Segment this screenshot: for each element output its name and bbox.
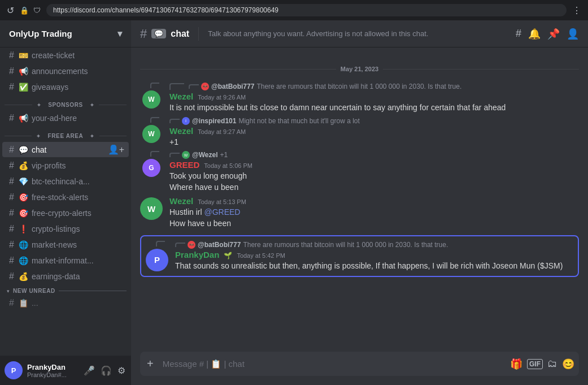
message-group: G W @Wezel +1 GREED Today at 5:06 PM Too… xyxy=(131,150,588,194)
message-group: W i @inspired101 Might not be that much … xyxy=(131,116,588,149)
message-time: Today at 5:13 PM xyxy=(198,198,246,205)
chat-icon-badge: 💬 xyxy=(151,29,166,38)
message-header: Wezel Today at 9:26 AM xyxy=(169,92,579,101)
hash-icon: # xyxy=(9,176,14,187)
reply-text: There are rumours that bitcoin will hit … xyxy=(256,83,461,90)
hash-icon: # xyxy=(9,256,14,266)
hash-icon: # xyxy=(9,113,14,123)
channel-topic: Talk about anything you want. Advertisin… xyxy=(208,29,511,38)
sidebar-item-market-information[interactable]: # 🌐 market-informat... xyxy=(2,253,129,268)
messages-container: May 21, 2023 W 🦇 @batBobi777 There are r… xyxy=(131,47,588,352)
header-divider xyxy=(198,27,199,41)
server-name: OnlyUp Trading xyxy=(9,29,72,38)
reply-author: @batBobi777 xyxy=(211,83,254,90)
message-content: 🦇 @batBobi777 There are rumours that bit… xyxy=(169,83,579,114)
emoji-icon[interactable]: 😊 xyxy=(562,358,574,370)
message-author: GREED xyxy=(169,160,199,170)
user-actions: 🎤 🎧 ⚙ xyxy=(82,364,127,377)
server-header[interactable]: OnlyUp Trading ▾ xyxy=(0,20,131,47)
chat-area: # 💬 chat Talk about anything you want. A… xyxy=(131,20,588,385)
message-author: Wezel xyxy=(169,126,193,136)
lock-icon: 🔒 xyxy=(20,6,29,15)
date-divider: May 21, 2023 xyxy=(131,61,588,77)
message-content: W @Wezel +1 GREED Today at 5:06 PM Took … xyxy=(169,151,579,193)
message-input-actions: 🎁 GIF 🗂 😊 xyxy=(510,358,574,370)
sidebar-item-chat[interactable]: # 💬 chat 👤+ xyxy=(2,142,129,157)
reply-text: Might not be that much but it'll grow a … xyxy=(238,117,359,125)
gift-icon[interactable]: 🎁 xyxy=(510,358,522,370)
sidebar-item-create-ticket[interactable]: # 🎫 create-ticket xyxy=(2,48,129,63)
hash-icon: # xyxy=(9,50,14,60)
message-author: PrankyDan xyxy=(175,250,219,259)
hash-icon: # xyxy=(9,224,14,234)
reply-bar: 🦇 @batBobi777 There are rumours that bit… xyxy=(175,241,573,249)
sidebar-item-giveaways[interactable]: # ✅ giveaways xyxy=(2,80,129,94)
reload-icon[interactable]: ↺ xyxy=(7,5,14,16)
avatar: P xyxy=(146,249,168,271)
notification-icon[interactable]: 🔔 xyxy=(528,28,541,40)
sidebar-item-crypto-listings[interactable]: # ❗ crypto-listings xyxy=(2,222,129,236)
hash-icon: # xyxy=(9,208,14,218)
hash-icon: # xyxy=(9,298,14,308)
sticker-icon[interactable]: 🗂 xyxy=(547,358,557,370)
reply-text: There are rumours that bitcoin will hit … xyxy=(243,241,448,249)
reply-author: @inspired101 xyxy=(192,117,236,125)
new-unread-section: ▾ NEW UNREAD xyxy=(0,284,131,295)
threads-icon[interactable]: # xyxy=(516,28,521,40)
hash-icon: # xyxy=(9,66,14,76)
channel-hash-icon: # xyxy=(140,27,147,41)
user-info: PrankyDan PrankyDan#... xyxy=(27,363,78,378)
sidebar-item-unread-partial[interactable]: # 📋 ... xyxy=(2,296,129,310)
message-header: Wezel Today at 9:27 AM xyxy=(169,126,579,136)
user-discriminator: PrankyDan#... xyxy=(27,371,78,378)
sidebar-item-free-stock-alerts[interactable]: # 🎯 free-stock-alerts xyxy=(2,190,129,205)
message-content: 🦇 @batBobi777 There are rumours that bit… xyxy=(175,241,573,272)
message-text: +1 xyxy=(169,137,579,148)
message-input-area: + 🎁 GIF 🗂 😊 xyxy=(131,352,588,385)
message-group: P 🦇 @batBobi777 There are rumours that b… xyxy=(146,241,573,272)
message-text: It is not impossible but its close to da… xyxy=(169,102,579,114)
sidebar-item-vip-profits[interactable]: # 💰 vip-profits xyxy=(2,158,129,173)
avatar: G xyxy=(142,159,160,177)
username: PrankyDan xyxy=(27,363,78,371)
mute-icon[interactable]: 🎤 xyxy=(82,364,96,377)
members-icon[interactable]: 👤 xyxy=(567,28,579,40)
hash-icon: # xyxy=(9,240,14,250)
sidebar-item-announcements[interactable]: # 📢 announcements xyxy=(2,64,129,79)
message-time: Today at 5:06 PM xyxy=(204,162,252,169)
hash-icon: # xyxy=(9,161,14,171)
chat-header: # 💬 chat Talk about anything you want. A… xyxy=(131,20,588,47)
author-badge: 🌱 xyxy=(224,252,232,259)
sidebar-item-free-crypto-alerts[interactable]: # 🎯 free-crypto-alerts xyxy=(2,206,129,220)
url-bar[interactable]: https://discord.com/channels/69471306741… xyxy=(46,4,567,16)
message-text: Took you long enough Where have u been xyxy=(169,171,579,193)
add-member-to-channel-icon[interactable]: 👤+ xyxy=(108,144,124,155)
message-time: Today at 5:42 PM xyxy=(237,252,285,259)
reply-avatar: i xyxy=(182,117,190,125)
message-time: Today at 9:27 AM xyxy=(198,128,246,135)
free-area-section-label: ✦ FREE AREA ✦ xyxy=(0,126,131,141)
sidebar-item-your-ad-here[interactable]: # 📢 your-ad-here xyxy=(2,111,129,126)
hash-icon: # xyxy=(9,145,14,155)
settings-icon[interactable]: ⚙ xyxy=(116,364,127,377)
gif-button[interactable]: GIF xyxy=(527,359,543,369)
hash-icon: # xyxy=(9,271,14,282)
server-dropdown-icon[interactable]: ▾ xyxy=(117,28,122,39)
message-author: Wezel xyxy=(169,92,193,101)
attach-button[interactable]: + xyxy=(145,352,156,376)
sidebar-item-earnings-data[interactable]: # 💰 earnings-data xyxy=(2,269,129,284)
sidebar-item-btc-technical[interactable]: # 💎 btc-techincal-a... xyxy=(2,174,129,189)
avatar: P xyxy=(5,361,23,379)
reply-bar: i @inspired101 Might not be that much bu… xyxy=(169,117,579,125)
channel-name: chat xyxy=(171,29,189,39)
browser-menu-icon[interactable]: ⋮ xyxy=(572,5,581,16)
message-input[interactable] xyxy=(160,353,506,374)
deafen-icon[interactable]: 🎧 xyxy=(99,364,113,377)
avatar: W xyxy=(142,90,160,109)
reply-avatar: 🦇 xyxy=(188,241,195,249)
browser-bar: ↺ 🔒 🛡 https://discord.com/channels/69471… xyxy=(0,0,588,20)
message-text: That sounds so unrealistic but then, any… xyxy=(175,261,573,272)
pin-icon[interactable]: 📌 xyxy=(547,28,560,40)
sidebar-item-market-news[interactable]: # 🌐 market-news xyxy=(2,237,129,252)
reply-avatar: W xyxy=(182,151,190,159)
